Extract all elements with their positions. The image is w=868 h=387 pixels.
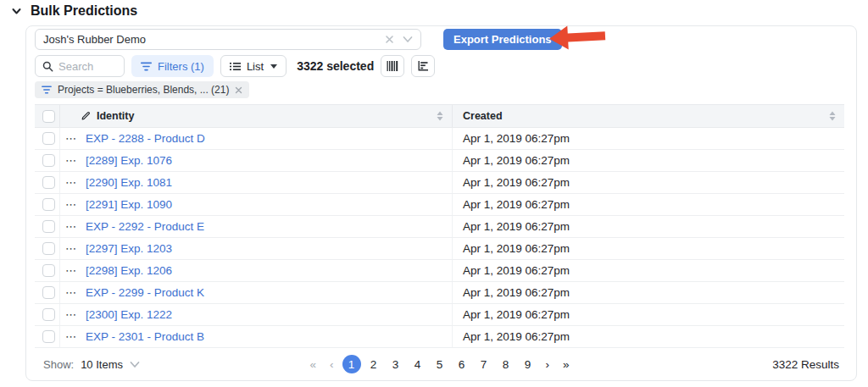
- filter-icon: [42, 86, 52, 94]
- sort-icon[interactable]: [437, 111, 443, 121]
- identity-link[interactable]: [2289] Exp. 1076: [86, 154, 172, 167]
- page-size-control: Show: 10 Items: [35, 358, 140, 371]
- next-page-button[interactable]: ›: [541, 358, 555, 371]
- page-button-2[interactable]: 2: [364, 355, 383, 373]
- row-menu-ellipsis-icon[interactable]: ⋯: [60, 220, 82, 233]
- row-menu-ellipsis-icon[interactable]: ⋯: [60, 242, 82, 255]
- table-row: ⋯ [2291] Exp. 1090 Apr 1, 2019 06:27pm: [35, 194, 844, 216]
- row-menu-ellipsis-icon[interactable]: ⋯: [60, 286, 82, 299]
- identity-link[interactable]: EXP - 2292 - Product E: [86, 220, 204, 233]
- row-checkbox[interactable]: [42, 242, 55, 255]
- identity-link[interactable]: EXP - 2301 - Product B: [86, 330, 204, 343]
- identity-link[interactable]: [2291] Exp. 1090: [86, 198, 172, 211]
- select-chevron-down-icon[interactable]: [403, 36, 413, 43]
- chart-view-button[interactable]: [411, 55, 435, 77]
- export-predictions-button[interactable]: Export Predictions: [443, 29, 562, 50]
- row-checkbox[interactable]: [42, 330, 55, 343]
- page-button-4[interactable]: 4: [409, 355, 427, 373]
- identity-link[interactable]: [2290] Exp. 1081: [86, 176, 172, 189]
- row-menu-ellipsis-icon[interactable]: ⋯: [60, 330, 82, 343]
- filters-button-label: Filters (1): [158, 60, 204, 73]
- remove-filter-icon[interactable]: [235, 86, 242, 94]
- bar-chart-icon: [418, 61, 429, 71]
- row-menu-ellipsis-icon[interactable]: ⋯: [60, 132, 82, 145]
- annotation-arrow-icon: [547, 20, 608, 54]
- page-size-select[interactable]: 10 Items: [81, 358, 140, 371]
- row-menu-ellipsis-icon[interactable]: ⋯: [60, 264, 82, 277]
- active-filters-row: Projects = Blueberries, Blends, ... (21): [35, 81, 844, 98]
- last-page-button[interactable]: »: [558, 358, 575, 371]
- identity-link[interactable]: EXP - 2299 - Product K: [86, 286, 204, 299]
- project-select[interactable]: Josh's Rubber Demo: [35, 29, 421, 50]
- row-checkbox[interactable]: [42, 176, 55, 189]
- table-row: ⋯ [2298] Exp. 1206 Apr 1, 2019 06:27pm: [35, 260, 844, 282]
- created-cell: Apr 1, 2019 06:27pm: [453, 176, 844, 189]
- page-button-3[interactable]: 3: [387, 355, 405, 373]
- created-column-header[interactable]: Created: [453, 105, 844, 127]
- first-page-button[interactable]: «: [304, 358, 321, 371]
- row-checkbox[interactable]: [42, 308, 55, 321]
- page-button-6[interactable]: 6: [453, 355, 471, 373]
- predictions-table: Identity Created ⋯ EXP - 2288 - Product …: [35, 104, 844, 348]
- page-button-9[interactable]: 9: [519, 355, 537, 373]
- selected-count: 3322 selected: [297, 59, 374, 73]
- page-title: Bulk Predictions: [31, 3, 137, 19]
- identity-link[interactable]: [2297] Exp. 1203: [86, 242, 172, 255]
- table-row: ⋯ EXP - 2299 - Product K Apr 1, 2019 06:…: [35, 282, 844, 304]
- row-menu-ellipsis-icon[interactable]: ⋯: [60, 308, 82, 321]
- clear-selection-icon[interactable]: [385, 35, 394, 44]
- list-caret-down-icon: [270, 64, 277, 69]
- table-row: ⋯ [2297] Exp. 1203 Apr 1, 2019 06:27pm: [35, 238, 844, 260]
- barcode-view-button[interactable]: [381, 55, 404, 77]
- identity-link[interactable]: EXP - 2288 - Product D: [86, 132, 205, 145]
- list-view-button[interactable]: List: [220, 55, 287, 77]
- table-row: ⋯ [2300] Exp. 1222 Apr 1, 2019 06:27pm: [35, 304, 844, 326]
- search-icon: [42, 61, 53, 72]
- row-menu-ellipsis-icon[interactable]: ⋯: [60, 154, 82, 167]
- sort-icon[interactable]: [829, 111, 836, 121]
- prev-page-button[interactable]: ‹: [325, 358, 339, 371]
- identity-link[interactable]: [2298] Exp. 1206: [86, 264, 172, 277]
- list-button-label: List: [247, 60, 264, 73]
- created-cell: Apr 1, 2019 06:27pm: [453, 330, 844, 343]
- created-cell: Apr 1, 2019 06:27pm: [453, 308, 844, 321]
- show-label: Show:: [43, 358, 74, 371]
- filters-button[interactable]: Filters (1): [131, 55, 214, 77]
- search-input[interactable]: [58, 60, 117, 73]
- row-checkbox[interactable]: [42, 132, 55, 145]
- identity-column-label: Identity: [97, 110, 134, 122]
- row-menu-ellipsis-icon[interactable]: ⋯: [60, 198, 82, 211]
- row-checkbox[interactable]: [42, 286, 55, 299]
- project-select-value: Josh's Rubber Demo: [43, 33, 385, 46]
- identity-column-header[interactable]: Identity: [60, 105, 453, 127]
- pagination: « ‹ 1 2 3 4 5 6 7 8 9 › »: [304, 355, 574, 373]
- table-row: ⋯ [2289] Exp. 1076 Apr 1, 2019 06:27pm: [35, 150, 844, 172]
- section-collapse-chevron-icon[interactable]: [11, 6, 22, 17]
- page-button-7[interactable]: 7: [475, 355, 493, 373]
- header-checkbox-cell: [35, 105, 60, 127]
- pencil-icon: [81, 111, 91, 121]
- created-cell: Apr 1, 2019 06:27pm: [453, 264, 844, 277]
- row-checkbox[interactable]: [42, 264, 55, 277]
- created-cell: Apr 1, 2019 06:27pm: [453, 242, 844, 255]
- select-all-checkbox[interactable]: [42, 110, 55, 123]
- table-row: ⋯ EXP - 2292 - Product E Apr 1, 2019 06:…: [35, 216, 844, 238]
- page-button-5[interactable]: 5: [431, 355, 449, 373]
- row-menu-ellipsis-icon[interactable]: ⋯: [60, 176, 82, 189]
- page-size-chevron-down-icon: [130, 361, 140, 368]
- identity-link[interactable]: [2300] Exp. 1222: [86, 308, 172, 321]
- row-checkbox[interactable]: [42, 198, 55, 211]
- page-button-8[interactable]: 8: [497, 355, 515, 373]
- created-cell: Apr 1, 2019 06:27pm: [453, 220, 844, 233]
- table-row: ⋯ EXP - 2288 - Product D Apr 1, 2019 06:…: [35, 128, 844, 150]
- filter-chip[interactable]: Projects = Blueberries, Blends, ... (21): [35, 81, 249, 98]
- row-checkbox[interactable]: [42, 220, 55, 233]
- page-button-1[interactable]: 1: [342, 355, 361, 373]
- page-size-value: 10 Items: [81, 358, 123, 371]
- search-box[interactable]: [35, 55, 125, 77]
- table-row: ⋯ EXP - 2301 - Product B Apr 1, 2019 06:…: [35, 326, 844, 348]
- row-checkbox[interactable]: [42, 154, 55, 167]
- filter-chip-label: Projects = Blueberries, Blends, ... (21): [58, 84, 229, 96]
- toolbar-row: Filters (1) List 3322 selected: [35, 55, 844, 77]
- created-column-label: Created: [463, 110, 503, 122]
